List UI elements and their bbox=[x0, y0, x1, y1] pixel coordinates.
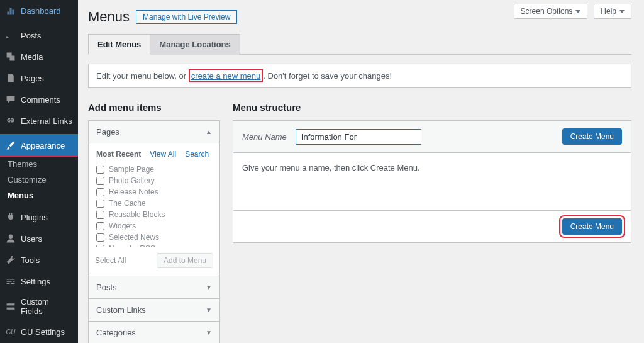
top-right-controls: Screen Options Help bbox=[514, 4, 631, 19]
sidebar-item-media[interactable]: Media bbox=[0, 46, 78, 67]
svg-rect-2 bbox=[7, 308, 15, 310]
menu-body-text: Give your menu a name, then click Create… bbox=[233, 153, 631, 210]
sidebar-item-dashboard[interactable]: Dashboard bbox=[0, 0, 78, 21]
caret-down-icon: ▼ bbox=[206, 329, 212, 336]
caret-up-icon: ▲ bbox=[206, 128, 212, 135]
sidebar-item-plugins[interactable]: Plugins bbox=[0, 206, 78, 228]
dashboard-icon bbox=[5, 5, 16, 16]
accordion-custom-links-header[interactable]: Custom Links▼ bbox=[89, 298, 219, 321]
wrench-icon bbox=[5, 254, 16, 266]
sidebar-label: Posts bbox=[21, 31, 42, 40]
add-to-menu-button: Add to Menu bbox=[157, 253, 213, 268]
chevron-down-icon bbox=[575, 10, 580, 13]
sidebar-label: External Links bbox=[21, 116, 72, 126]
sidebar-label: GU Settings bbox=[21, 327, 65, 337]
live-preview-button[interactable]: Manage with Live Preview bbox=[136, 10, 237, 24]
tab-manage-locations[interactable]: Manage Locations bbox=[150, 34, 240, 55]
help-button[interactable]: Help bbox=[594, 4, 631, 19]
sidebar-item-external-links[interactable]: External Links bbox=[0, 110, 78, 132]
menu-structure-heading: Menu structure bbox=[233, 102, 631, 113]
sidebar-label: Settings bbox=[21, 277, 50, 286]
sidebar-item-users[interactable]: Users bbox=[0, 228, 78, 249]
sidebar-item-comments[interactable]: Comments bbox=[0, 89, 78, 110]
admin-sidebar: Dashboard Posts Media Pages Comments Ext… bbox=[0, 0, 78, 343]
page-checkbox[interactable] bbox=[96, 233, 104, 242]
page-icon bbox=[5, 72, 16, 84]
caret-down-icon: ▼ bbox=[206, 284, 212, 291]
appearance-group-highlight: Appearance bbox=[0, 135, 78, 156]
svg-point-0 bbox=[9, 235, 13, 239]
select-all-link[interactable]: Select All bbox=[95, 256, 126, 265]
sliders-icon bbox=[5, 276, 16, 287]
list-item[interactable]: Reusable Blocks bbox=[95, 209, 213, 220]
screen-options-button[interactable]: Screen Options bbox=[514, 4, 588, 19]
sidebar-sub-customize[interactable]: Customize bbox=[0, 172, 78, 188]
pin-icon bbox=[5, 30, 16, 41]
link-icon bbox=[5, 115, 16, 127]
list-item[interactable]: Widgets bbox=[95, 220, 213, 232]
menu-settings-frame: Menu Name Create Menu Give your menu a n… bbox=[233, 120, 631, 243]
caret-down-icon: ▼ bbox=[206, 306, 212, 313]
list-item[interactable]: Sample Page bbox=[95, 164, 213, 175]
sidebar-label: Comments bbox=[21, 95, 60, 104]
create-menu-button-top[interactable]: Create Menu bbox=[562, 128, 622, 145]
sidebar-sub-themes[interactable]: Themes bbox=[0, 156, 78, 172]
inner-tab-recent[interactable]: Most Recent bbox=[96, 150, 141, 159]
list-item[interactable]: News by RSS bbox=[95, 243, 213, 247]
notice-box: Edit your menu below, or create a new me… bbox=[88, 64, 631, 88]
sidebar-sub-menus[interactable]: Menus bbox=[0, 188, 78, 203]
pages-checklist[interactable]: Sample Page Photo Gallery Release Notes … bbox=[95, 164, 213, 247]
sidebar-label: Media bbox=[21, 52, 43, 62]
list-item[interactable]: The Cache bbox=[95, 198, 213, 209]
accordion-pages-header[interactable]: Pages▲ bbox=[89, 121, 219, 143]
page-checkbox[interactable] bbox=[96, 188, 104, 196]
accordion-pages: Pages▲ Most Recent View All Search Sampl… bbox=[88, 120, 220, 343]
list-item[interactable]: Release Notes bbox=[95, 186, 213, 198]
page-checkbox[interactable] bbox=[96, 245, 104, 247]
create-menu-button-bottom[interactable]: Create Menu bbox=[562, 218, 622, 235]
user-icon bbox=[5, 233, 16, 244]
sidebar-item-appearance[interactable]: Appearance bbox=[0, 135, 78, 156]
main-content: Screen Options Help Menus Manage with Li… bbox=[78, 0, 644, 343]
page-checkbox[interactable] bbox=[96, 211, 104, 219]
sidebar-item-pages[interactable]: Pages bbox=[0, 67, 78, 89]
list-item[interactable]: Photo Gallery bbox=[95, 175, 213, 186]
sidebar-label: Dashboard bbox=[21, 6, 61, 16]
sidebar-item-tools[interactable]: Tools bbox=[0, 249, 78, 271]
sidebar-item-custom-fields[interactable]: Custom Fields bbox=[0, 292, 78, 321]
sidebar-item-gu-settings[interactable]: GUGU Settings bbox=[0, 321, 78, 342]
pages-inner-tabs: Most Recent View All Search bbox=[95, 150, 213, 164]
sidebar-label: Custom Fields bbox=[21, 297, 73, 316]
sidebar-label: Appearance bbox=[21, 141, 65, 150]
comment-icon bbox=[5, 94, 16, 105]
list-item[interactable]: Selected News bbox=[95, 232, 213, 243]
sidebar-label: Tools bbox=[21, 256, 40, 265]
menu-name-label: Menu Name bbox=[242, 132, 287, 142]
accordion-categories-header[interactable]: Categories▼ bbox=[89, 321, 219, 343]
inner-tab-viewall[interactable]: View All bbox=[150, 150, 176, 159]
svg-rect-1 bbox=[7, 303, 15, 305]
notice-text-post: . Don't forget to save your changes! bbox=[263, 71, 392, 81]
page-checkbox[interactable] bbox=[96, 222, 104, 230]
inner-tab-search[interactable]: Search bbox=[185, 150, 209, 159]
page-title: Menus bbox=[88, 9, 130, 25]
media-icon bbox=[5, 51, 16, 62]
create-new-menu-link[interactable]: create a new menu bbox=[189, 69, 264, 82]
sidebar-label: Plugins bbox=[21, 213, 48, 222]
plugin-icon bbox=[5, 211, 16, 223]
tab-edit-menus[interactable]: Edit Menus bbox=[88, 34, 150, 55]
nav-tabs: Edit Menus Manage Locations bbox=[88, 34, 631, 55]
gu-icon: GU bbox=[5, 326, 16, 337]
notice-text-pre: Edit your menu below, or bbox=[96, 71, 189, 81]
sidebar-item-settings[interactable]: Settings bbox=[0, 271, 78, 292]
sidebar-item-posts[interactable]: Posts bbox=[0, 25, 78, 46]
fields-icon bbox=[5, 301, 16, 312]
add-items-heading: Add menu items bbox=[88, 102, 220, 113]
menu-name-input[interactable] bbox=[296, 129, 421, 145]
sidebar-label: Pages bbox=[21, 74, 44, 83]
accordion-posts-header[interactable]: Posts▼ bbox=[89, 276, 219, 298]
page-checkbox[interactable] bbox=[96, 200, 104, 208]
page-checkbox[interactable] bbox=[96, 177, 104, 185]
page-checkbox[interactable] bbox=[96, 166, 104, 174]
sidebar-label: Users bbox=[21, 234, 42, 244]
